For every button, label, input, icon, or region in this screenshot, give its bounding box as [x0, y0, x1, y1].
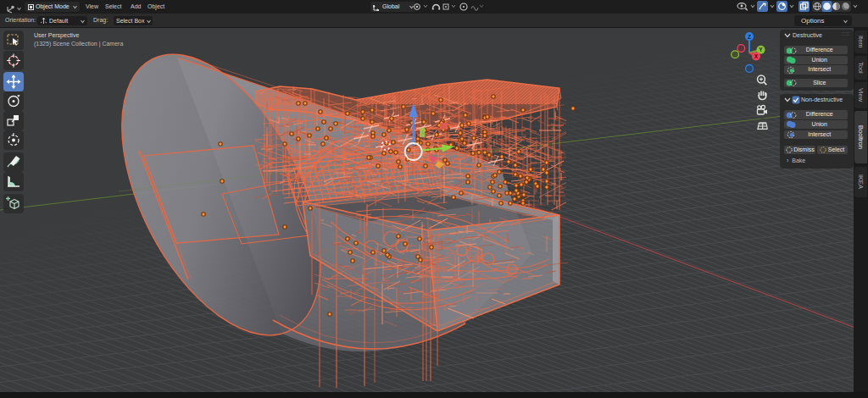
svg-text:X: X — [754, 53, 759, 59]
svg-text:Y: Y — [759, 47, 763, 53]
svg-text:Z: Z — [748, 34, 751, 40]
